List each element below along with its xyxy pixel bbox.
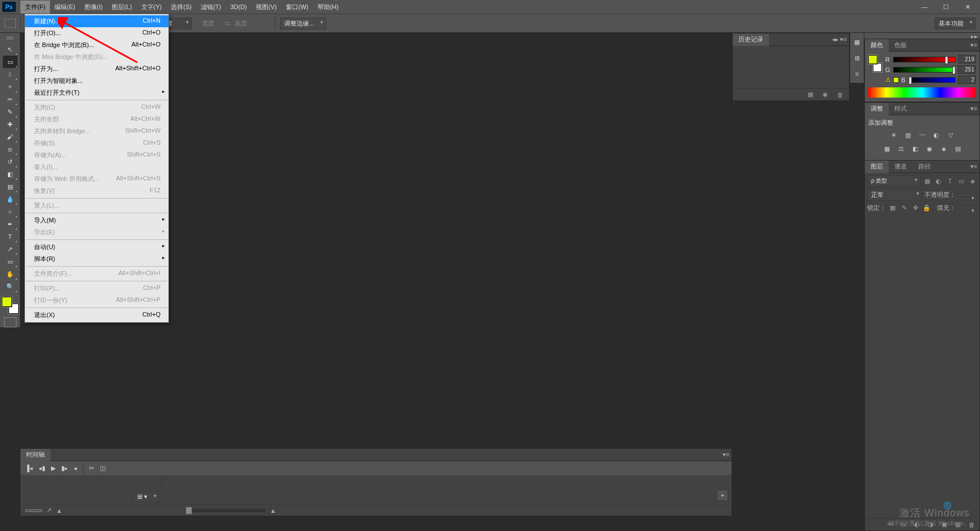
lock-pixel-icon[interactable]: ✎ <box>899 203 909 212</box>
lasso-tool[interactable]: 𓍰 <box>3 68 18 81</box>
g-value[interactable]: 251 <box>958 65 976 74</box>
file-menu-item[interactable]: 脚本(R) <box>25 253 168 265</box>
type-tool[interactable]: T <box>3 230 18 243</box>
dock-collapse-icon[interactable]: ▸▸ <box>864 33 980 39</box>
file-menu-item[interactable]: 在 Bridge 中浏览(B)...Alt+Ctrl+O <box>25 39 168 51</box>
history-snapshot-icon[interactable]: ◉ <box>821 90 830 99</box>
balance-icon[interactable]: ⚖ <box>897 144 906 153</box>
panel-collapse-icon[interactable]: ◂▸ <box>832 36 839 43</box>
history-list[interactable] <box>733 46 849 88</box>
file-menu-item[interactable]: 自动(U) <box>25 241 168 253</box>
tl-convert-icon[interactable]: ▭▭▭ <box>25 507 42 514</box>
history-new-doc-icon[interactable]: ▦ <box>806 90 815 99</box>
tl-render-icon[interactable]: ↗ <box>47 507 52 514</box>
channels-tab[interactable]: 通道 <box>889 161 913 173</box>
web-safe-icon[interactable] <box>893 77 899 83</box>
file-menu-item[interactable]: 退出(X)Ctrl+Q <box>25 309 168 321</box>
toolbox-grip[interactable] <box>2 36 19 41</box>
crop-tool[interactable]: ✂ <box>3 93 18 106</box>
b-value[interactable]: 2 <box>958 75 976 84</box>
file-menu-item[interactable]: 导入(M) <box>25 214 168 226</box>
eraser-tool[interactable]: ◧ <box>3 168 18 180</box>
path-select-tool[interactable]: ↗ <box>3 243 18 255</box>
tl-zoom-in-icon[interactable]: ▲ <box>270 507 276 514</box>
panel-icon-2[interactable]: ⊞ <box>850 50 864 65</box>
eyedropper-tool[interactable]: ✎ <box>3 106 18 118</box>
healing-brush-tool[interactable]: ✚ <box>3 118 18 130</box>
hand-tool[interactable]: ✋ <box>3 268 18 280</box>
r-value[interactable]: 219 <box>958 55 976 64</box>
file-menu-item[interactable]: 新建(N)...Ctrl+N <box>25 15 168 27</box>
fill-value[interactable] <box>958 206 977 209</box>
filter-smart-icon[interactable]: ◈ <box>968 176 977 186</box>
timeline-track-area[interactable]: + <box>162 476 732 504</box>
adjustments-tab[interactable]: 调整 <box>865 103 889 115</box>
maximize-button[interactable]: ☐ <box>938 2 954 11</box>
file-menu-item[interactable]: 打开为...Alt+Shift+Ctrl+O <box>25 63 168 75</box>
tl-cut-icon[interactable]: ✂ <box>89 465 94 472</box>
tl-prev-icon[interactable]: ◂▮ <box>39 465 45 472</box>
layers-tab[interactable]: 图层 <box>865 161 889 173</box>
color-spectrum[interactable] <box>868 87 976 98</box>
menu-layer[interactable]: 图层(L) <box>107 1 136 14</box>
panel-menu-icon[interactable]: ▾≡ <box>840 36 847 43</box>
brush-tool[interactable]: 🖌 <box>3 130 18 143</box>
color-swatches[interactable] <box>2 297 19 314</box>
shape-tool[interactable]: ▭ <box>3 255 18 268</box>
zoom-tool[interactable]: 🔍 <box>3 280 18 293</box>
layers-panel-menu-icon[interactable]: ▾≡ <box>970 163 977 170</box>
minimize-button[interactable]: — <box>916 2 932 11</box>
vibrance-icon[interactable]: ▽ <box>946 130 955 140</box>
marquee-tool[interactable]: ▭ <box>3 56 18 68</box>
adjust-panel-menu-icon[interactable]: ▾≡ <box>970 105 977 112</box>
curves-icon[interactable]: 〰 <box>918 130 927 140</box>
tl-first-icon[interactable]: ▐◂ <box>25 465 33 472</box>
menu-select[interactable]: 选择(S) <box>166 1 196 14</box>
move-tool[interactable]: ↖ <box>3 43 18 56</box>
history-tab[interactable]: 历史记录 <box>733 33 769 46</box>
menu-file[interactable]: 文件(F) <box>20 1 50 14</box>
styles-tab[interactable]: 样式 <box>889 103 913 115</box>
file-menu-item[interactable]: 打开(O)...Ctrl+O <box>25 27 168 39</box>
dodge-tool[interactable]: ○ <box>3 205 18 218</box>
menu-edit[interactable]: 编辑(E) <box>50 1 80 14</box>
timeline-tab[interactable]: 时间轴 <box>20 449 50 461</box>
exposure-icon[interactable]: ◐ <box>932 130 941 140</box>
color-tab[interactable]: 颜色 <box>865 39 889 52</box>
history-delete-icon[interactable]: 🗑 <box>835 90 844 99</box>
timeline-track-menu[interactable]: ⊞ ▾ <box>133 491 159 502</box>
tl-play-icon[interactable]: ▶ <box>51 465 56 472</box>
r-slider[interactable] <box>893 57 956 62</box>
g-slider[interactable] <box>893 67 956 73</box>
lookup-icon[interactable]: ▤ <box>953 144 962 153</box>
workspace-switcher[interactable]: 基本功能 <box>935 18 975 30</box>
filter-type-icon[interactable]: T <box>945 176 954 186</box>
blur-tool[interactable]: 💧 <box>3 193 18 205</box>
foreground-color-swatch[interactable] <box>2 297 12 307</box>
clone-stamp-tool[interactable]: ⧈ <box>3 143 18 155</box>
panel-icon-3[interactable]: ≡ <box>850 66 864 81</box>
color-panel-menu-icon[interactable]: ▾≡ <box>970 41 977 49</box>
file-menu-item[interactable]: 打开为智能对象... <box>25 75 168 87</box>
timeline-zoom-slider[interactable] <box>186 509 265 512</box>
channel-mixer-icon[interactable]: ◈ <box>939 144 948 153</box>
tl-zoom-out-icon[interactable]: ▲ <box>56 507 62 514</box>
file-menu-item[interactable]: 最近打开文件(T) <box>25 87 168 99</box>
tl-transition-icon[interactable]: ◫ <box>100 465 105 472</box>
menu-window[interactable]: 窗口(W) <box>281 1 313 14</box>
photo-filter-icon[interactable]: ◉ <box>925 144 934 153</box>
paths-tab[interactable]: 路径 <box>913 161 936 173</box>
b-slider[interactable] <box>909 77 956 83</box>
history-brush-tool[interactable]: ↺ <box>3 155 18 168</box>
menu-type[interactable]: 文字(Y) <box>137 1 167 14</box>
levels-icon[interactable]: ▥ <box>903 130 913 140</box>
filter-shape-icon[interactable]: ▭ <box>957 176 966 186</box>
bw-icon[interactable]: ◧ <box>911 144 920 153</box>
tool-preset-icon[interactable] <box>5 19 16 28</box>
swatches-tab[interactable]: 色板 <box>889 39 913 52</box>
pen-tool[interactable]: ✒ <box>3 218 18 230</box>
menu-help[interactable]: 帮助(H) <box>313 1 343 14</box>
lock-trans-icon[interactable]: ▩ <box>888 203 897 212</box>
filter-adjust-icon[interactable]: ◐ <box>934 176 943 186</box>
timeline-menu-icon[interactable]: ▾≡ <box>723 451 729 458</box>
